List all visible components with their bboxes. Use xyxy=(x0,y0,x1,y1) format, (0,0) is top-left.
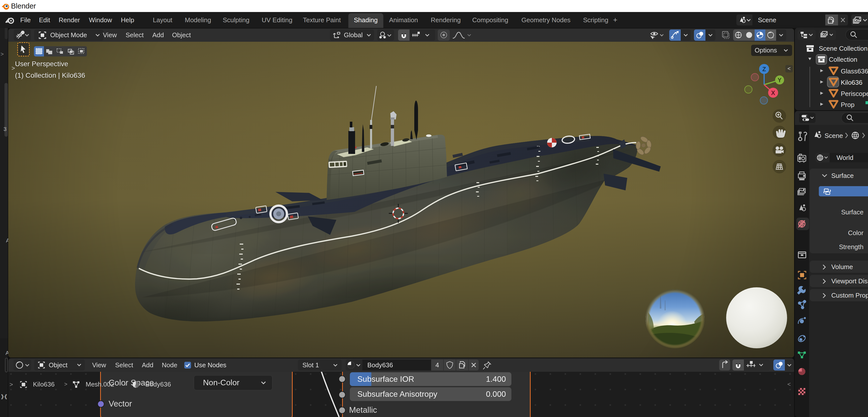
svg-text:Scene: Scene xyxy=(825,132,843,140)
svg-text:Prop: Prop xyxy=(841,101,855,109)
svg-text:Kilo636: Kilo636 xyxy=(841,79,863,86)
svg-text:Scene Collection: Scene Collection xyxy=(819,45,868,52)
svg-text:Periscope: Periscope xyxy=(841,90,868,97)
svg-text:Y: Y xyxy=(778,77,781,84)
svg-text:Glass636: Glass636 xyxy=(841,67,868,75)
svg-text:Z: Z xyxy=(763,66,766,72)
svg-text:Collection: Collection xyxy=(829,56,857,63)
svg-text:X: X xyxy=(771,89,775,96)
